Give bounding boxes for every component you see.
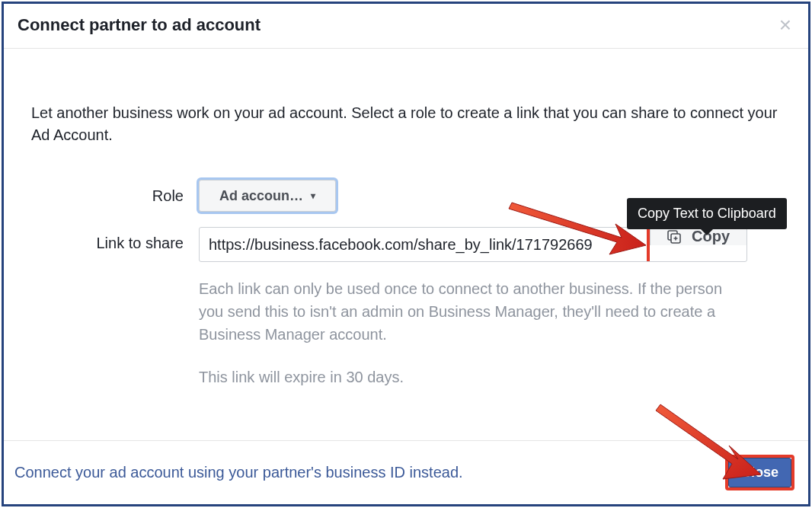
help-text: Each link can only be used once to conne…	[199, 277, 747, 346]
link-input[interactable]: https://business.facebook.com/share_by_l…	[200, 228, 650, 261]
copy-icon	[667, 230, 681, 244]
dialog-header: Connect partner to ad account ×	[4, 4, 808, 49]
connect-partner-dialog: Connect partner to ad account × Let anot…	[2, 2, 810, 506]
link-row: Link to share https://business.facebook.…	[31, 227, 781, 386]
expire-text: This link will expire in 30 days.	[199, 369, 747, 386]
dialog-body: Let another business work on your ad acc…	[4, 49, 808, 440]
dialog-title: Connect partner to ad account	[18, 15, 261, 35]
role-select[interactable]: Ad accoun… ▾	[199, 180, 336, 212]
close-button[interactable]: Close	[728, 458, 791, 487]
close-icon[interactable]: ×	[776, 14, 794, 36]
copy-tooltip: Copy Text to Clipboard	[627, 198, 787, 229]
intro-text: Let another business work on your ad acc…	[31, 102, 781, 146]
alt-link[interactable]: Connect your ad account using your partn…	[14, 464, 463, 481]
link-field: https://business.facebook.com/share_by_l…	[199, 227, 747, 262]
close-button-highlight: Close	[725, 455, 794, 490]
role-select-value: Ad accoun…	[219, 188, 303, 204]
link-label: Link to share	[31, 227, 199, 252]
dialog-footer: Connect your ad account using your partn…	[4, 440, 808, 504]
link-field-wrap: https://business.facebook.com/share_by_l…	[199, 227, 747, 386]
copy-button-highlight: Copy	[647, 227, 747, 262]
copy-button[interactable]: Copy	[650, 228, 746, 245]
role-label: Role	[31, 187, 199, 205]
chevron-down-icon: ▾	[311, 190, 315, 201]
